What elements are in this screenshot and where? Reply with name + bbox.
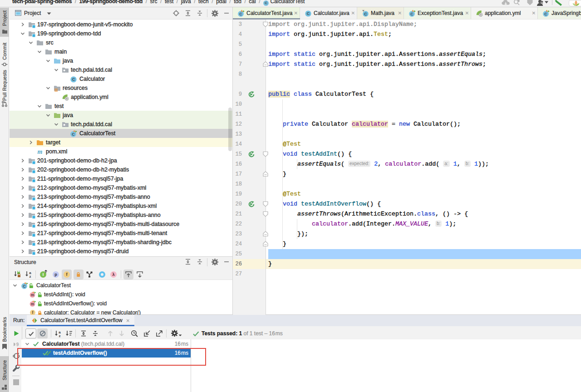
svg-text:C: C — [72, 132, 75, 137]
svg-text:C: C — [364, 12, 367, 16]
svg-text:m: m — [31, 302, 34, 306]
svg-text:C: C — [410, 12, 414, 16]
svg-text:z: z — [59, 334, 61, 338]
svg-text:C: C — [307, 11, 310, 16]
svg-text:f: f — [32, 310, 34, 315]
svg-text:C: C — [544, 12, 547, 16]
svg-text:9: 9 — [16, 342, 19, 347]
svg-text:m: m — [31, 293, 34, 297]
svg-text:C: C — [23, 284, 26, 289]
svg-text:m: m — [38, 148, 43, 155]
svg-text:C: C — [72, 77, 75, 82]
svg-text:z: z — [30, 274, 31, 278]
svg-text:C: C — [239, 12, 242, 16]
